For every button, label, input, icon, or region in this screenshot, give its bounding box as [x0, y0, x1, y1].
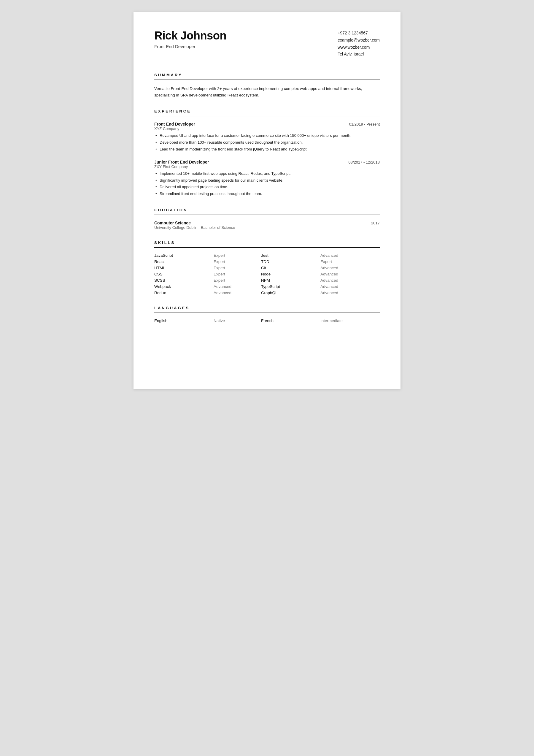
skills-section: SKILLS JavaScriptExpertJestAdvancedReact…	[154, 240, 380, 295]
skill-level-2: Expert	[214, 259, 261, 264]
skill-name-9: NPM	[261, 278, 320, 283]
skill-name-10: Webpack	[154, 284, 214, 289]
education-title: EDUCATION	[154, 208, 380, 212]
job-2-bullet-3: Delivered all appointed projects on time…	[154, 184, 380, 190]
languages-grid: EnglishNativeFrenchIntermediate	[154, 318, 380, 323]
lang-name-0: English	[154, 318, 214, 323]
job-2-title: Junior Front End Developer	[154, 160, 209, 164]
job-2-bullets: Implemented 10+ mobile-first web apps us…	[154, 171, 380, 197]
phone: +972 3 1234567	[338, 30, 380, 37]
job-1-bullet-3: Lead the team in modernizing the front e…	[154, 146, 380, 152]
job-2-bullet-1: Implemented 10+ mobile-first web apps us…	[154, 171, 380, 177]
header-left: Rick Johnson Front End Developer	[154, 30, 226, 49]
edu-degree: Computer Science	[154, 221, 191, 225]
experience-divider	[154, 116, 380, 116]
candidate-title: Front End Developer	[154, 44, 226, 49]
skill-name-3: TDD	[261, 259, 320, 264]
skill-name-6: CSS	[154, 272, 214, 276]
skill-name-1: Jest	[261, 253, 320, 257]
skill-level-6: Expert	[214, 272, 261, 276]
header-right: +972 3 1234567 example@wozber.com www.wo…	[338, 30, 380, 58]
job-2-date: 08/2017 - 12/2018	[348, 160, 380, 164]
job-2-header: Junior Front End Developer 08/2017 - 12/…	[154, 160, 380, 164]
skill-name-2: React	[154, 259, 214, 264]
experience-section: EXPERIENCE Front End Developer 01/2019 -…	[154, 109, 380, 197]
skill-name-12: Redux	[154, 291, 214, 295]
job-1-title: Front End Developer	[154, 122, 195, 126]
job-1-date: 01/2019 - Present	[349, 122, 380, 126]
skill-level-12: Advanced	[214, 291, 261, 295]
skill-level-11: Advanced	[320, 284, 368, 289]
website: www.wozber.com	[338, 44, 380, 51]
job-1-company: XYZ Company	[154, 126, 380, 131]
skill-level-4: Expert	[214, 266, 261, 270]
job-1-header: Front End Developer 01/2019 - Present	[154, 122, 380, 126]
job-1: Front End Developer 01/2019 - Present XY…	[154, 122, 380, 152]
skill-level-8: Expert	[214, 278, 261, 283]
job-2-bullet-2: Significantly improved page loading spee…	[154, 177, 380, 184]
skill-name-0: JavaScript	[154, 253, 214, 257]
job-2-company: ZXY First Company	[154, 164, 380, 169]
header: Rick Johnson Front End Developer +972 3 …	[154, 30, 380, 58]
lang-level-0: Native	[214, 318, 261, 323]
skill-level-0: Expert	[214, 253, 261, 257]
education-section: EDUCATION Computer Science 2017 Universi…	[154, 208, 380, 230]
lang-name-1: French	[261, 318, 320, 323]
skills-grid: JavaScriptExpertJestAdvancedReactExpertT…	[154, 253, 380, 295]
skill-name-4: HTML	[154, 266, 214, 270]
resume-page: Rick Johnson Front End Developer +972 3 …	[134, 12, 400, 389]
skill-level-5: Advanced	[320, 266, 368, 270]
skills-title: SKILLS	[154, 240, 380, 245]
languages-section: LANGUAGES EnglishNativeFrenchIntermediat…	[154, 306, 380, 323]
edu-year: 2017	[371, 221, 380, 225]
languages-divider	[154, 312, 380, 313]
job-1-bullet-2: Developed more than 100+ reusable compon…	[154, 140, 380, 146]
job-2: Junior Front End Developer 08/2017 - 12/…	[154, 160, 380, 197]
experience-title: EXPERIENCE	[154, 109, 380, 113]
skill-name-8: SCSS	[154, 278, 214, 283]
skill-level-1: Advanced	[320, 253, 368, 257]
summary-divider	[154, 80, 380, 80]
skill-level-13: Advanced	[320, 291, 368, 295]
summary-text: Versatile Front-End Developer with 2+ ye…	[154, 86, 380, 98]
skills-divider	[154, 247, 380, 248]
summary-title: SUMMARY	[154, 73, 380, 77]
job-1-bullets: Revamped UI and app interface for a cust…	[154, 133, 380, 152]
skill-name-7: Node	[261, 272, 320, 276]
skill-level-10: Advanced	[214, 284, 261, 289]
languages-title: LANGUAGES	[154, 306, 380, 310]
skill-level-7: Advanced	[320, 272, 368, 276]
skill-level-9: Advanced	[320, 278, 368, 283]
edu-school: University College Dublin - Bachelor of …	[154, 225, 380, 230]
job-1-bullet-1: Revamped UI and app interface for a cust…	[154, 133, 380, 139]
skill-name-11: TypeScript	[261, 284, 320, 289]
job-2-bullet-4: Streamlined front end testing practices …	[154, 191, 380, 197]
summary-section: SUMMARY Versatile Front-End Developer wi…	[154, 73, 380, 98]
skill-name-13: GraphQL	[261, 291, 320, 295]
candidate-name: Rick Johnson	[154, 30, 226, 42]
lang-level-1: Intermediate	[320, 318, 368, 323]
education-divider	[154, 215, 380, 215]
skill-name-5: Git	[261, 266, 320, 270]
email: example@wozber.com	[338, 37, 380, 44]
edu-header: Computer Science 2017	[154, 221, 380, 225]
location: Tel Aviv, Israel	[338, 51, 380, 58]
skill-level-3: Expert	[320, 259, 368, 264]
